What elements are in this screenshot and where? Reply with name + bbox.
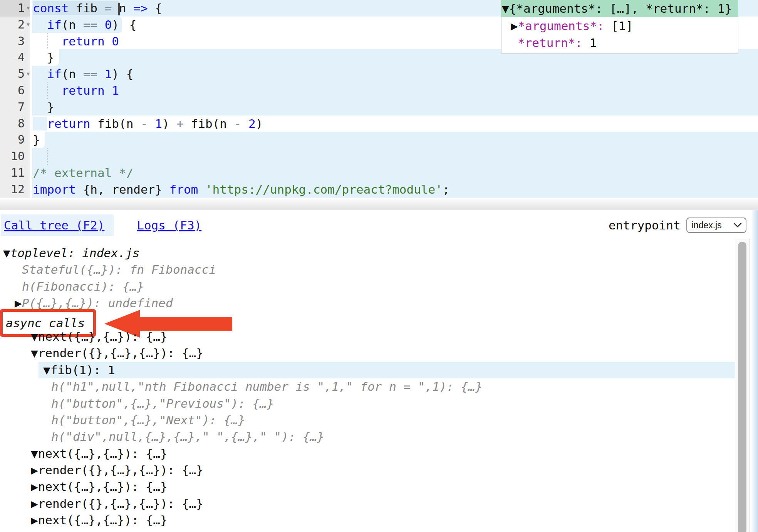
fold-arrow-icon[interactable]: ▼ xyxy=(27,0,30,17)
call-tree-row[interactable]: h("button",{…},"Next"): {…} xyxy=(0,412,735,428)
code-line[interactable]: if(n == 1) { xyxy=(33,66,133,82)
gutter-cell: 10 xyxy=(0,148,30,165)
line-number: 3 xyxy=(18,33,25,50)
expand-right-icon[interactable]: ▶ xyxy=(31,530,38,532)
line-highlight xyxy=(32,165,758,181)
tooltip-row-arguments[interactable]: ▶*arguments*: [1] xyxy=(501,17,738,34)
gutter-cell: 2▼ xyxy=(0,17,30,33)
line-highlight xyxy=(32,132,758,148)
gutter-cell: 4 xyxy=(0,49,30,66)
entrypoint-label: entrypoint xyxy=(609,218,681,232)
tab-call-tree[interactable]: Call tree (F2) xyxy=(1,214,114,236)
tab-logs[interactable]: Logs (F3) xyxy=(137,218,201,232)
panel-tabs: Call tree (F2) Logs (F3) xyxy=(1,214,201,236)
expand-down-icon[interactable]: ▼ xyxy=(3,246,10,260)
call-tree-row[interactable]: h("div",null,{…},{…}," ",{…}," "): {…} xyxy=(0,428,735,445)
gutter-cell: 9 xyxy=(0,132,30,148)
gutter-cell: 8 xyxy=(0,115,30,132)
line-number: 6 xyxy=(18,82,25,99)
entrypoint-select[interactable]: index.js xyxy=(686,217,746,233)
call-tree-row[interactable]: ▼next({…},{…}): {…} xyxy=(0,328,735,345)
line-number: 2 xyxy=(18,17,25,33)
line-number: 8 xyxy=(18,115,25,132)
line-highlight xyxy=(32,148,758,165)
line-highlight xyxy=(32,66,758,82)
line-number: 10 xyxy=(11,148,25,165)
code-line[interactable]: return 0 xyxy=(33,33,119,50)
pane-splitter-handle[interactable] xyxy=(0,198,758,210)
expand-right-icon[interactable]: ▶ xyxy=(15,296,22,310)
line-highlight xyxy=(32,99,758,115)
expand-down-icon[interactable]: ▼ xyxy=(31,346,38,360)
code-editor[interactable]: 1▼2▼345▼6789101112 const fib = n => { if… xyxy=(0,0,758,198)
line-number: 4 xyxy=(18,49,25,66)
call-tree-row[interactable]: h("h1",null,"nth Fibonacci number is ",1… xyxy=(0,378,735,395)
scrollbar-track[interactable] xyxy=(735,239,750,532)
gutter-cell: 1▼ xyxy=(0,0,30,17)
gutter-cell: 7 xyxy=(0,99,30,115)
fold-arrow-icon[interactable]: ▼ xyxy=(27,17,30,33)
tooltip-row-return[interactable]: *return*: 1 xyxy=(501,34,738,51)
expand-right-icon[interactable]: ▶ xyxy=(511,19,518,33)
call-tree-row[interactable]: ▼fib(1): 1 xyxy=(39,362,735,378)
debugger-panel: Call tree (F2) Logs (F3) entrypoint inde… xyxy=(0,210,758,532)
line-number: 9 xyxy=(18,132,25,148)
line-number: 1 xyxy=(18,0,25,17)
expand-right-icon[interactable]: ▶ xyxy=(31,463,38,477)
call-tree-row[interactable]: ▼next({…},{…}): {…} xyxy=(0,445,735,462)
expand-right-icon[interactable]: ▶ xyxy=(31,497,38,510)
expand-right-icon[interactable]: ▶ xyxy=(31,513,38,527)
call-tree-row[interactable]: Stateful({…}): fn Fibonacci xyxy=(0,261,735,278)
code-line[interactable]: } xyxy=(33,49,59,66)
expand-down-icon[interactable]: ▼ xyxy=(31,330,38,343)
line-number: 12 xyxy=(11,181,25,198)
code-line[interactable]: const fib = n => { xyxy=(33,0,162,17)
gutter-cell: 12 xyxy=(0,181,30,198)
code-line[interactable]: } xyxy=(33,99,54,115)
tooltip-header[interactable]: ▼{*arguments*: […], *return*: 1} xyxy=(501,0,738,17)
call-tree-row[interactable]: ▶next({…},{…}): {…} xyxy=(0,478,735,495)
call-tree-row[interactable]: async calls xyxy=(0,312,735,328)
expand-right-icon[interactable]: ▶ xyxy=(31,480,38,494)
code-line[interactable]: if(n == 0) { xyxy=(33,17,136,33)
value-inspector-tooltip: ▼{*arguments*: […], *return*: 1} ▶*argum… xyxy=(501,0,738,54)
chevron-down-icon xyxy=(733,223,742,228)
live-coding-app: 1▼2▼345▼6789101112 const fib = n => { if… xyxy=(0,0,758,532)
call-tree-row[interactable]: ▶next({…},{…}): {…} xyxy=(0,512,735,529)
entrypoint-selected-value: index.js xyxy=(692,220,722,231)
line-number: 7 xyxy=(18,99,25,115)
line-highlight xyxy=(32,82,758,99)
fold-arrow-icon[interactable]: ▼ xyxy=(27,66,30,82)
code-line[interactable]: import {h, render} from 'https://unpkg.c… xyxy=(33,181,450,198)
editor-gutter: 1▼2▼345▼6789101112 xyxy=(0,0,30,198)
tooltip-body: ▶*arguments*: [1] *return*: 1 xyxy=(501,17,738,54)
call-tree-row[interactable]: ▶render({},{…},{…}): {…} xyxy=(0,529,735,532)
line-number: 5 xyxy=(18,66,25,82)
indent-guide xyxy=(47,148,48,165)
call-tree-row[interactable]: h("button",{…},"Previous"): {…} xyxy=(0,395,735,412)
expand-down-icon[interactable]: ▼ xyxy=(43,363,50,377)
call-tree-row[interactable]: ▶render({},{…},{…}): {…} xyxy=(0,462,735,478)
call-tree: ▼toplevel: index.jsStateful({…}): fn Fib… xyxy=(0,245,735,532)
expand-down-icon[interactable]: ▼ xyxy=(31,447,38,460)
code-line[interactable]: } xyxy=(33,132,45,148)
call-tree-row[interactable]: ▶render({},{…},{…}): {…} xyxy=(0,495,735,512)
code-line[interactable]: return fib(n - 1) + fib(n - 2) xyxy=(33,115,263,132)
call-tree-row[interactable]: ▼toplevel: index.js xyxy=(0,245,735,261)
line-number: 11 xyxy=(11,165,25,181)
gutter-cell: 6 xyxy=(0,82,30,99)
scrollbar-thumb[interactable] xyxy=(738,242,746,532)
gutter-cell: 11 xyxy=(0,165,30,181)
entrypoint-row: entrypoint index.js xyxy=(609,214,746,236)
gutter-cell: 5▼ xyxy=(0,66,30,82)
call-tree-row[interactable]: h(Fibonacci): {…} xyxy=(0,278,735,295)
code-line[interactable]: /* external */ xyxy=(33,165,133,181)
panel-right-edge xyxy=(751,210,758,532)
call-tree-row[interactable]: ▼render({},{…},{…}): {…} xyxy=(0,345,735,361)
code-line[interactable]: return 1 xyxy=(33,82,119,99)
gutter-cell: 3 xyxy=(0,33,30,50)
